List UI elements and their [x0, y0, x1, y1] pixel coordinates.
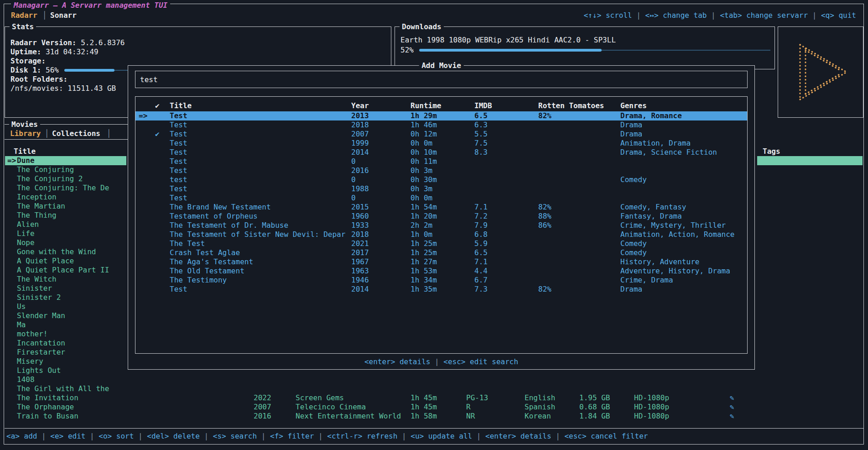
keybind-hint: <ctrl-r> refresh: [314, 432, 397, 440]
movie-search-box: [135, 71, 748, 88]
keybind-hint: <f> filter: [257, 432, 314, 440]
result-year: 0: [351, 175, 356, 184]
result-imdb: 7.3: [474, 285, 488, 294]
selected-movie-row[interactable]: => Dune: [5, 156, 126, 165]
cell-studio: Screen Gems: [296, 393, 344, 403]
tab-collections[interactable]: Collections: [52, 129, 100, 138]
search-result-row[interactable]: =>Test20131h 29m6.582%Drama, Romance: [135, 111, 747, 120]
movie-list-item[interactable]: Us: [5, 302, 126, 311]
movie-list-item[interactable]: Ma: [5, 320, 126, 330]
search-result-row[interactable]: The Brand New Testament20151h 54m7.182%C…: [135, 203, 747, 212]
result-genres: History, Adventure: [620, 257, 699, 267]
search-result-row[interactable]: The Testament of Dr. Mabuse19332h 2m7.98…: [135, 221, 747, 230]
result-imdb: 5.5: [474, 130, 488, 139]
movie-list-item[interactable]: 1408: [5, 375, 126, 384]
result-imdb: 8.3: [474, 148, 488, 157]
movie-list-item[interactable]: Lights Out: [5, 366, 126, 375]
movie-list-item[interactable]: Life: [5, 229, 126, 238]
search-result-row[interactable]: Test20140h 10m8.3Drama, Science Fiction: [135, 148, 747, 157]
movie-list-item[interactable]: The Conjuring 2: [5, 174, 126, 183]
movie-list-item[interactable]: The Girl with All the: [5, 384, 126, 393]
keybind-hint: <tab> change servarr: [707, 11, 808, 20]
search-result-row[interactable]: Test20141h 35m7.382%Drama: [135, 285, 747, 294]
imdb-column-header: IMDB: [474, 101, 492, 110]
result-runtime: 1h 46m: [411, 120, 437, 130]
movie-list-item[interactable]: mother!: [5, 330, 126, 339]
radarr-version-line: Radarr Version: 5.2.6.8376: [10, 38, 125, 47]
movie-list-item[interactable]: Misery: [5, 357, 126, 366]
selected-movie-title: Dune: [17, 156, 35, 165]
result-title: The Aga's Testament: [170, 257, 253, 267]
movie-list-item[interactable]: Sinister 2: [5, 293, 126, 302]
movie-list-item[interactable]: Firestarter: [5, 348, 126, 357]
movie-list-item[interactable]: The Conjuring: The De: [5, 183, 126, 193]
keybind-hint: <q> quit: [808, 11, 856, 20]
search-result-row[interactable]: Crash Test Aglae20171h 25m6.5Comedy: [135, 248, 747, 257]
movie-list-item[interactable]: Inception: [5, 193, 126, 202]
tab-sonarr[interactable]: Sonarr: [50, 11, 77, 20]
result-title: test: [170, 175, 187, 184]
movies-list: The ConjuringThe Conjuring 2The Conjurin…: [5, 165, 126, 421]
result-runtime: 1h 0m: [411, 230, 432, 239]
downloads-panel-title: Downloads: [400, 22, 444, 31]
result-genres: Comedy: [620, 175, 647, 184]
search-result-row[interactable]: The Aga's Testament19671h 27m7.1History,…: [135, 257, 747, 267]
search-result-row[interactable]: Test20160h 3m: [135, 166, 747, 175]
result-genres: Adventure, History, Drama: [620, 267, 730, 276]
search-result-row[interactable]: The Test20211h 25m5.9Comedy: [135, 239, 747, 248]
results-header-row: ✔ Title Year Runtime IMDB Rotten Tomatoe…: [135, 101, 747, 110]
result-title: Test: [170, 157, 187, 166]
movie-list-item[interactable]: Sinister: [5, 284, 126, 293]
movie-list-item[interactable]: The Conjuring: [5, 165, 126, 174]
search-result-row[interactable]: test00h 30mComedy: [135, 175, 747, 184]
result-title: The Testament of Sister New Devil: Depar: [170, 230, 345, 239]
result-runtime: 1h 34m: [411, 276, 437, 285]
movie-list-item[interactable]: The Thing: [5, 211, 126, 220]
movie-search-input[interactable]: [135, 71, 747, 88]
tab-library[interactable]: Library: [10, 129, 41, 138]
result-year: 2018: [351, 230, 369, 239]
result-genres: Animation, Drama: [620, 139, 691, 148]
search-result-row[interactable]: The Old Testament19631h 53m4.4Adventure,…: [135, 267, 747, 276]
movies-tabs-border: [5, 139, 129, 140]
movie-list-item[interactable]: A Quiet Place Part II: [5, 266, 126, 275]
library-row[interactable]: 2007Telecinco Cinema1h 45mRSpanish0.68 G…: [0, 403, 868, 412]
result-imdb: 7.1: [474, 203, 488, 212]
movie-list-item[interactable]: A Quiet Place: [5, 256, 126, 266]
result-year: 2014: [351, 285, 369, 294]
result-genres: Drama, Romance: [620, 111, 682, 120]
result-runtime: 0h 12m: [411, 130, 437, 139]
movie-list-item[interactable]: The Martian: [5, 202, 126, 211]
movie-list-item[interactable]: Incantation: [5, 339, 126, 348]
cell-certification: R: [466, 403, 471, 412]
movie-list-item[interactable]: Alien: [5, 220, 126, 229]
movie-list-item[interactable]: Gone with the Wind: [5, 247, 126, 256]
search-result-row[interactable]: Test20181h 46m6.3Drama: [135, 120, 747, 130]
library-row[interactable]: 2022Screen Gems1h 45mPG-13English1.95 GB…: [0, 393, 868, 403]
result-year: 2017: [351, 248, 369, 257]
search-result-row[interactable]: Test00h 0m: [135, 194, 747, 203]
result-imdb: 5.9: [474, 239, 488, 248]
root-folders-label: Root Folders:: [10, 75, 68, 84]
search-result-row[interactable]: The Testimony19461h 34m6.7Crime, Drama: [135, 276, 747, 285]
movie-list-item[interactable]: Nope: [5, 238, 126, 247]
result-runtime: 0h 3m: [411, 166, 432, 175]
search-result-row[interactable]: Test19880h 3m: [135, 184, 747, 194]
cell-studio: Telecinco Cinema: [296, 403, 366, 412]
search-result-row[interactable]: The Testament of Sister New Devil: Depar…: [135, 230, 747, 239]
movie-list-item[interactable]: The Witch: [5, 275, 126, 284]
tag-icon: ✎: [730, 412, 734, 421]
search-result-row[interactable]: Test00h 11m: [135, 157, 747, 166]
result-genres: Comedy: [620, 248, 647, 257]
tag-icon: ✎: [730, 393, 734, 403]
search-result-row[interactable]: Testament of Orpheus19601h 20m7.288%Fant…: [135, 212, 747, 221]
movie-list-item[interactable]: Slender Man: [5, 311, 126, 320]
tab-radarr[interactable]: Radarr: [11, 11, 37, 20]
library-row[interactable]: 2016Next Entertainment World1h 58mNRKore…: [0, 412, 868, 421]
keybind-hint: <u> update all: [397, 432, 472, 440]
selection-arrow: =>: [139, 111, 147, 120]
search-result-row[interactable]: ✔Test20070h 12m5.5Drama: [135, 130, 747, 139]
result-runtime: 0h 0m: [411, 194, 432, 203]
result-title: Test: [170, 148, 187, 157]
search-result-row[interactable]: Test19990h 0m7.5Animation, Drama: [135, 139, 747, 148]
